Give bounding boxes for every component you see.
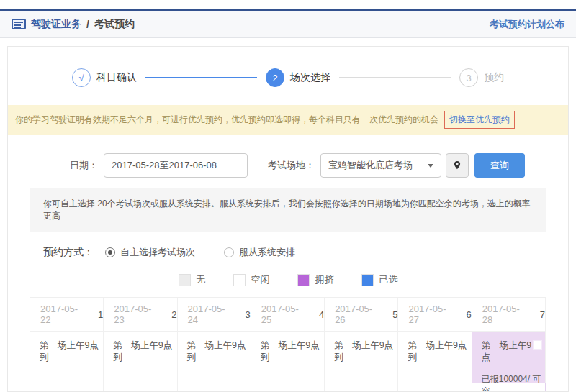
session-cell[interactable]: 第一场上午9点到: [30, 331, 104, 383]
session-cell[interactable]: 第一场上午9点到: [251, 331, 325, 383]
session-checkbox[interactable]: [533, 340, 542, 350]
col-day: 3: [246, 309, 251, 320]
session-cell[interactable]: 第二场: [104, 383, 177, 392]
filter-row: 日期： 考试场地： 宝鸡智能化底店考场 查询: [70, 153, 568, 178]
legend-free-swatch: [233, 274, 246, 286]
session-cell[interactable]: 第二场: [30, 383, 104, 392]
priority-notice-bar: 你的学习驾驶证明有效期不足六个月，可进行优先预约，优先预约即选即得，每个科目只有…: [8, 105, 568, 135]
map-location-button[interactable]: [446, 153, 469, 178]
radio-option-system-assign[interactable]: 服从系统安排: [224, 246, 295, 259]
step-subject-confirm: √ 科目确认: [72, 68, 137, 87]
session-cell[interactable]: 第一场上午9点到: [178, 331, 251, 383]
session-cell[interactable]: 第二场: [398, 383, 472, 392]
date-column-header: 2017-05-27 6: [398, 298, 472, 331]
col-date: 2017-05-25: [261, 304, 309, 325]
status-legend: 无 空闲 拥挤 已选: [30, 273, 546, 286]
step-3-label: 预约: [484, 71, 504, 84]
col-day: 2: [171, 309, 176, 320]
col-date: 2017-05-24: [188, 304, 235, 325]
date-range-input[interactable]: [104, 153, 248, 178]
license-business-icon: [12, 19, 26, 29]
date-column-header: 2017-05-26 5: [325, 298, 398, 331]
session-cell-crowded[interactable]: 第一场上午9点 已报100004/ 可容 您排名1: [472, 331, 546, 383]
legend-selected-label: 已选: [379, 273, 398, 286]
col-day: 1: [98, 309, 103, 320]
session-cell[interactable]: 第一场上午9点到: [398, 331, 472, 383]
col-date: 2017-05-27: [408, 304, 456, 325]
legend-free-label: 空闲: [251, 273, 270, 286]
col-date: 2017-05-26: [335, 304, 382, 325]
step-2-circle: 2: [266, 68, 284, 87]
step-reserve: 3 预约: [459, 68, 504, 87]
booking-mode-label: 预约方式：: [43, 246, 94, 259]
col-date: 2017-05-22: [40, 304, 88, 325]
col-day: 7: [540, 309, 545, 320]
query-button[interactable]: 查询: [474, 153, 525, 178]
radio-selected-icon[interactable]: [105, 247, 115, 257]
date-column-header: 2017-05-23 2: [104, 298, 177, 331]
switch-priority-link[interactable]: 切换至优先预约: [444, 111, 515, 129]
map-pin-icon: [453, 160, 462, 170]
session-cell[interactable]: 第二场: [178, 383, 251, 392]
radio-unselected-icon[interactable]: [224, 247, 234, 257]
legend-none-label: 无: [197, 273, 206, 286]
venue-label: 考试场地：: [268, 159, 315, 172]
session-cell[interactable]: 第二场: [472, 383, 546, 392]
step-2-label: 场次选择: [290, 71, 330, 84]
breadcrumb-current: 考试预约: [94, 18, 135, 31]
priority-notice-text: 你的学习驾驶证明有效期不足六个月，可进行优先预约，优先预约即选即得，每个科目只有…: [15, 114, 438, 126]
stepper: √ 科目确认 2 场次选择 3 预约: [72, 68, 504, 87]
top-bar: 驾驶证业务 / 考试预约 考试预约计划公布: [0, 9, 576, 38]
booking-mode-row: 预约方式： 自主选择考试场次 服从系统安排: [30, 232, 546, 259]
mode-tip-text: 你可自主选择 20个考试场次或服从系统安排。服从系统安排后，我们会按照你选择的日…: [30, 188, 546, 232]
session-cell[interactable]: 第一场上午9点到: [325, 331, 398, 383]
legend-none-swatch: [179, 274, 191, 286]
col-date: 2017-05-28: [482, 304, 530, 325]
breadcrumb-section[interactable]: 驾驶证业务: [31, 18, 81, 31]
session-cell[interactable]: 第二场: [325, 383, 398, 392]
date-label: 日期：: [70, 159, 98, 172]
col-day: 5: [392, 309, 397, 320]
exam-plan-link[interactable]: 考试预约计划公布: [490, 18, 564, 31]
session-cell[interactable]: 第一场上午9点到: [104, 331, 177, 383]
step-1-circle: √: [72, 68, 91, 87]
col-date: 2017-05-23: [114, 304, 161, 325]
chevron-down-icon: [428, 164, 433, 168]
legend-crowded-swatch: [297, 274, 310, 286]
radio-self-label: 自主选择考试场次: [120, 246, 195, 259]
legend-free: 空闲: [233, 273, 270, 286]
venue-selected-value: 宝鸡智能化底店考场: [328, 159, 413, 172]
date-column-header: 2017-05-24 3: [178, 298, 251, 331]
col-day: 6: [466, 309, 471, 320]
schedule-panel: 你可自主选择 20个考试场次或服从系统安排。服从系统安排后，我们会按照你选择的日…: [30, 188, 546, 392]
radio-system-label: 服从系统安排: [239, 246, 295, 259]
legend-crowded-label: 拥挤: [315, 273, 334, 286]
page: 驾驶证业务 / 考试预约 考试预约计划公布 √ 科目确认 2 场次选择 3 预约: [0, 0, 576, 392]
legend-selected-swatch: [361, 274, 374, 286]
radio-option-self-select[interactable]: 自主选择考试场次: [105, 246, 195, 259]
venue-select[interactable]: 宝鸡智能化底店考场: [320, 153, 441, 178]
legend-crowded: 拥挤: [297, 273, 334, 286]
legend-selected: 已选: [361, 273, 398, 286]
step-3-circle: 3: [459, 68, 478, 87]
schedule-table: 2017-05-22 1 2017-05-23 2 2017-05-24 3 2…: [30, 297, 546, 392]
step-session-select: 2 场次选择: [266, 68, 330, 87]
date-column-header: 2017-05-28 7: [472, 298, 546, 331]
date-column-header: 2017-05-22 1: [30, 298, 104, 331]
col-day: 4: [319, 309, 324, 320]
step-1-label: 科目确认: [96, 71, 137, 84]
breadcrumb-separator: /: [86, 19, 89, 30]
stepper-connector-pending: [339, 77, 451, 78]
legend-none: 无: [179, 273, 206, 286]
session-label: 第一场上午9点: [482, 339, 533, 364]
breadcrumb: 驾驶证业务 / 考试预约: [12, 18, 135, 31]
session-cell[interactable]: 第二场: [251, 383, 325, 392]
stepper-connector-done: [145, 77, 257, 78]
date-column-header: 2017-05-25 4: [251, 298, 325, 331]
main-card: √ 科目确认 2 场次选择 3 预约 你的学习驾驶证明有效期不足六个月，可进行优…: [7, 46, 569, 392]
